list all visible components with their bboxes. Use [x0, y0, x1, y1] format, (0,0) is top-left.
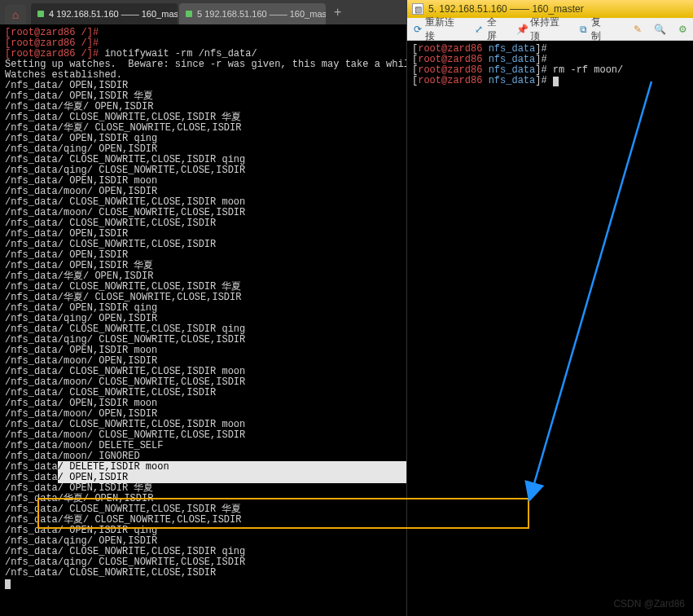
fullscreen-button[interactable]: ⤢ 全屏 [473, 15, 505, 43]
tab-status-icon [186, 11, 192, 17]
settings-icon[interactable]: ⚙ [678, 24, 688, 35]
sticky-label: 保持置顶 [530, 15, 566, 43]
window-title: 5. 192.168.51.160 —— 160_master [428, 3, 584, 15]
fullscreen-label: 全屏 [487, 15, 506, 43]
reconnect-button[interactable]: ⟳ 重新连接 [412, 15, 462, 43]
tab-5[interactable]: 5 192.168.51.160 —— 160_master [179, 3, 326, 24]
tab-status-icon [37, 11, 44, 17]
home-button[interactable]: ⌂ [5, 5, 26, 24]
fullscreen-icon: ⤢ [473, 24, 484, 35]
watermark: CSDN @Zard86 [613, 598, 685, 609]
tab-label: 4 192.168.51.160 —— 160_master [49, 9, 178, 19]
left-pane: ⌂ 4 192.168.51.160 —— 160_master × 5 192… [0, 0, 407, 616]
search-icon[interactable]: 🔍 [655, 24, 666, 35]
left-terminal[interactable]: [root@zard86 /]#[root@zard86 /]#[root@za… [0, 24, 406, 616]
new-tab-button[interactable]: + [327, 5, 348, 20]
copy-label: 复制 [591, 15, 610, 43]
app-icon: ▧ [412, 3, 423, 15]
home-icon: ⌂ [12, 8, 19, 21]
pin-icon: 📌 [516, 24, 528, 35]
right-toolbar: ⟳ 重新连接 ⤢ 全屏 📌 保持置顶 ⧉ 复制 ✎ 🔍 ⚙ [407, 18, 693, 41]
copy-icon: ⧉ [578, 24, 589, 35]
tabs-bar: ⌂ 4 192.168.51.160 —— 160_master × 5 192… [0, 0, 406, 24]
reconnect-icon: ⟳ [412, 24, 423, 35]
edit-icon[interactable]: ✎ [633, 24, 643, 35]
reconnect-label: 重新连接 [425, 15, 462, 43]
tab-4[interactable]: 4 192.168.51.160 —— 160_master × [31, 3, 178, 24]
right-pane: ▧ 5. 192.168.51.160 —— 160_master ⟳ 重新连接… [407, 0, 693, 616]
sticky-button[interactable]: 📌 保持置顶 [516, 15, 566, 43]
copy-button[interactable]: ⧉ 复制 [578, 15, 610, 43]
tab-label: 5 192.168.51.160 —— 160_master [197, 9, 326, 19]
right-terminal[interactable]: [root@zard86 nfs_data]#[root@zard86 nfs_… [407, 41, 693, 616]
